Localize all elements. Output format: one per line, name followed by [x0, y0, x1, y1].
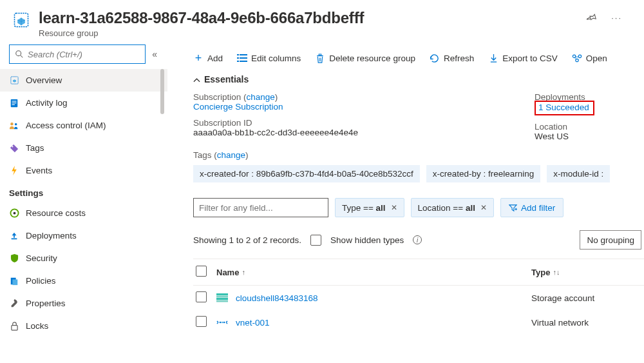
- tag-chip[interactable]: x-created-for : 89b6a9fb-c37b-4fd4-b0a5-…: [193, 165, 420, 182]
- shield-icon: [9, 253, 19, 264]
- deployments-highlight: 1 Succeeded: [535, 101, 594, 115]
- tag-icon: [9, 143, 19, 153]
- essentials-toggle[interactable]: Essentials: [193, 74, 644, 84]
- download-icon: [488, 53, 498, 63]
- tags-label: Tags (change): [193, 150, 249, 160]
- change-tags-link[interactable]: change: [217, 150, 245, 160]
- nav-policies[interactable]: Policies: [0, 270, 167, 292]
- deployments-link[interactable]: 1 Succeeded: [538, 103, 589, 112]
- svg-point-1: [16, 51, 21, 56]
- policy-icon: [9, 276, 19, 286]
- nav-deployments[interactable]: Deployments: [0, 224, 167, 247]
- type-column-header[interactable]: Type ↑↓: [531, 268, 644, 277]
- close-icon[interactable]: ✕: [391, 203, 397, 212]
- svg-rect-13: [12, 238, 17, 239]
- nav-label: Properties: [26, 299, 66, 308]
- change-subscription-link[interactable]: change: [247, 92, 275, 102]
- search-input[interactable]: [9, 44, 146, 64]
- svg-rect-15: [12, 279, 17, 285]
- nav-label: Tags: [26, 143, 44, 153]
- hidden-types-checkbox[interactable]: [310, 235, 321, 246]
- svg-point-29: [573, 55, 575, 57]
- svg-point-30: [578, 55, 581, 57]
- collapse-icon[interactable]: «: [149, 46, 160, 62]
- records-count: Showing 1 to 2 of 2 records.: [193, 235, 301, 245]
- svg-rect-21: [237, 61, 239, 62]
- table-row[interactable]: vnet-001 Virtual network: [193, 310, 644, 335]
- nav-label: Policies: [26, 276, 56, 286]
- chevron-up-icon: [193, 74, 200, 84]
- svg-rect-5: [12, 101, 17, 101]
- delete-button[interactable]: Delete resource group: [315, 53, 415, 63]
- edit-columns-button[interactable]: Edit columns: [237, 53, 301, 63]
- refresh-icon: [430, 53, 440, 63]
- location-filter-pill[interactable]: Location == all✕: [411, 198, 494, 217]
- nav-properties[interactable]: Properties: [0, 292, 167, 315]
- settings-header: Settings: [0, 182, 167, 202]
- nav-access-control[interactable]: Access control (IAM): [0, 114, 167, 137]
- nav-label: Security: [26, 253, 57, 263]
- filter-icon: [509, 204, 517, 212]
- resource-group-icon: [12, 10, 31, 30]
- wrench-icon: [9, 299, 19, 309]
- nav-label: Locks: [26, 321, 48, 331]
- info-icon[interactable]: i: [413, 235, 422, 244]
- row-checkbox[interactable]: [196, 316, 207, 327]
- refresh-button[interactable]: Refresh: [430, 53, 474, 63]
- svg-point-31: [576, 59, 578, 61]
- svg-rect-36: [216, 293, 228, 295]
- nav-label: Resource costs: [26, 208, 86, 218]
- subid-label: Subscription ID: [193, 118, 252, 128]
- close-icon[interactable]: ✕: [480, 203, 487, 212]
- sort-icon: ↑↓: [553, 268, 560, 276]
- nav-activity-log[interactable]: Activity log: [0, 92, 167, 114]
- row-checkbox[interactable]: [196, 291, 207, 302]
- svg-point-9: [15, 123, 17, 126]
- pin-icon[interactable]: [587, 13, 597, 25]
- nav-locks[interactable]: Locks: [0, 315, 167, 337]
- lock-icon: [9, 321, 19, 331]
- nav-security[interactable]: Security: [0, 247, 167, 270]
- nav-resource-costs[interactable]: Resource costs: [0, 202, 167, 224]
- hidden-types-label: Show hidden types: [330, 235, 404, 245]
- nav-label: Deployments: [26, 231, 77, 240]
- export-button[interactable]: Export to CSV: [488, 53, 558, 63]
- svg-point-41: [222, 322, 223, 324]
- nav-tags[interactable]: Tags: [0, 137, 167, 159]
- svg-rect-22: [240, 61, 247, 62]
- tag-chip[interactable]: x-module-id :: [547, 165, 610, 182]
- svg-rect-17: [237, 54, 239, 55]
- subid-value: aaaa0a0a-bb1b-cc2c-dd3d-eeeeee4e4e4e: [193, 128, 358, 137]
- nav-events[interactable]: Events: [0, 159, 167, 182]
- nav-label: Activity log: [26, 98, 68, 108]
- nav-overview[interactable]: Overview: [0, 69, 167, 92]
- sidebar-scrollbar[interactable]: [158, 69, 166, 363]
- log-icon: [9, 98, 19, 108]
- resource-name[interactable]: vnet-001: [236, 318, 270, 328]
- filter-input[interactable]: [193, 198, 328, 217]
- open-button[interactable]: Open: [572, 53, 607, 63]
- page-subtitle: Resource group: [39, 28, 579, 38]
- subscription-value[interactable]: Concierge Subscription: [193, 102, 283, 112]
- type-filter-pill[interactable]: Type == all✕: [335, 198, 404, 217]
- location-value: West US: [535, 132, 569, 141]
- gauge-icon: [9, 208, 19, 219]
- tag-chip[interactable]: x-created-by : freelearning: [426, 165, 541, 182]
- table-row[interactable]: cloudshell843483168 Storage account: [193, 286, 644, 310]
- svg-rect-7: [12, 104, 15, 104]
- add-filter-button[interactable]: Add filter: [500, 198, 564, 217]
- svg-point-8: [10, 123, 13, 125]
- main-content: +Add Edit columns Delete resource group …: [167, 44, 644, 363]
- location-label: Location: [535, 122, 567, 132]
- nav-label: Events: [26, 166, 52, 175]
- select-all-checkbox[interactable]: [196, 266, 207, 277]
- open-icon: [572, 53, 582, 63]
- name-column-header[interactable]: Name ↑: [216, 268, 531, 277]
- more-icon[interactable]: ···: [611, 13, 622, 25]
- add-button[interactable]: +Add: [193, 53, 223, 63]
- svg-line-2: [21, 55, 23, 58]
- svg-point-42: [223, 322, 225, 324]
- resource-type: Storage account: [531, 293, 644, 303]
- resource-name[interactable]: cloudshell843483168: [236, 293, 318, 303]
- grouping-select[interactable]: No grouping: [580, 230, 641, 250]
